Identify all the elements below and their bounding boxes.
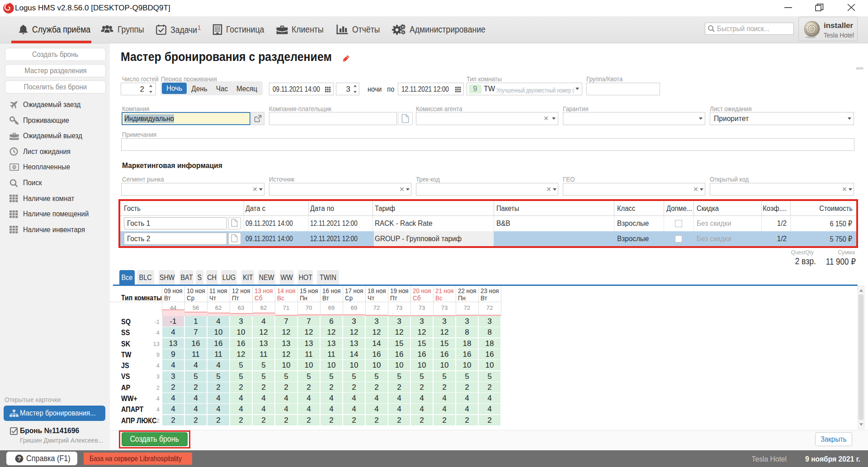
svg-text:?: ? — [18, 455, 21, 462]
svg-text:0: 0 — [13, 165, 15, 169]
